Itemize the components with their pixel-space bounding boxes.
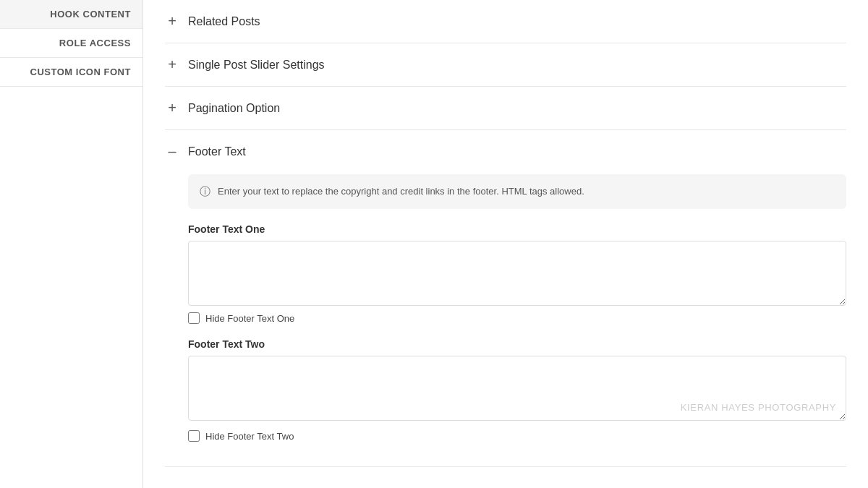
accordion-related-posts: + Related Posts (165, 0, 846, 43)
expand-icon-pagination-option: + (165, 100, 179, 116)
info-icon: ⓘ (200, 185, 210, 199)
footer-text-two-wrapper: KIERAN HAYES PHOTOGRAPHY (188, 356, 846, 423)
expand-icon-related-posts: + (165, 13, 179, 30)
main-content: + Related Posts + Single Post Slider Set… (143, 0, 868, 488)
hide-footer-text-two-label[interactable]: Hide Footer Text Two (205, 431, 294, 442)
hide-footer-text-one-checkbox[interactable] (188, 312, 200, 324)
accordion-pagination-option: + Pagination Option (165, 87, 846, 130)
accordion-label-related-posts: Related Posts (188, 15, 260, 28)
footer-text-one-input[interactable] (188, 241, 846, 306)
accordion-label-pagination-option: Pagination Option (188, 102, 280, 115)
hide-footer-text-two-checkbox[interactable] (188, 430, 200, 442)
info-message: Enter your text to replace the copyright… (218, 184, 584, 199)
expand-icon-single-post-slider: + (165, 56, 179, 73)
accordion-footer-text: – Footer Text ⓘ Enter your text to repla… (165, 130, 846, 467)
footer-text-two-section: Footer Text Two KIERAN HAYES PHOTOGRAPHY (188, 338, 846, 423)
collapse-icon-footer-text: – (165, 143, 179, 160)
footer-text-one-label: Footer Text One (188, 223, 846, 235)
sidebar-item-role-access[interactable]: ROLE ACCESS (0, 29, 142, 58)
accordion-header-related-posts[interactable]: + Related Posts (165, 10, 846, 33)
accordion-header-single-post-slider[interactable]: + Single Post Slider Settings (165, 53, 846, 76)
sidebar: HOOK CONTENT ROLE ACCESS CUSTOM ICON FON… (0, 0, 143, 488)
accordion-label-single-post-slider: Single Post Slider Settings (188, 59, 325, 72)
sidebar-item-custom-icon-font[interactable]: CUSTOM ICON FONT (0, 58, 142, 87)
hide-footer-text-two-row: Hide Footer Text Two (188, 430, 846, 442)
sidebar-item-hook-content[interactable]: HOOK CONTENT (0, 0, 142, 29)
accordion-header-pagination-option[interactable]: + Pagination Option (165, 97, 846, 119)
accordion-header-footer-text[interactable]: – Footer Text (165, 140, 846, 163)
accordion-label-footer-text: Footer Text (188, 145, 246, 158)
footer-text-two-label: Footer Text Two (188, 338, 846, 350)
footer-text-two-input[interactable] (188, 356, 846, 421)
info-box: ⓘ Enter your text to replace the copyrig… (188, 174, 846, 209)
hide-footer-text-one-label[interactable]: Hide Footer Text One (205, 313, 294, 324)
footer-text-one-section: Footer Text One (188, 223, 846, 308)
hide-footer-text-one-row: Hide Footer Text One (188, 312, 846, 324)
accordion-single-post-slider: + Single Post Slider Settings (165, 43, 846, 87)
footer-text-content: ⓘ Enter your text to replace the copyrig… (165, 163, 846, 442)
